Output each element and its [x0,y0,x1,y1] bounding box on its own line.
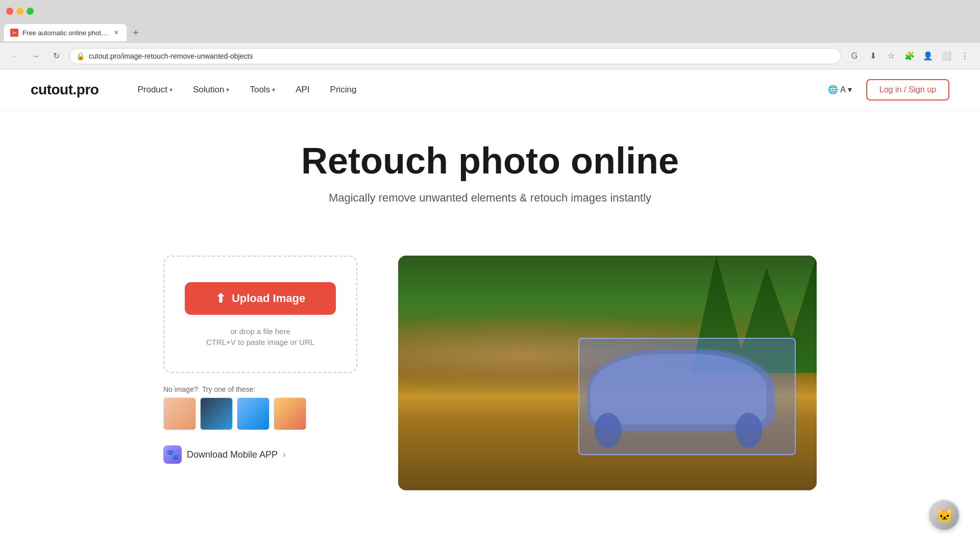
try-these-label: Try one of these: [202,385,256,393]
upload-button-label: Upload Image [232,292,305,305]
browser-tab-bar: ✂ Free automatic online photo re ✕ + [0,22,980,43]
nav-solution[interactable]: Solution ▾ [185,81,237,99]
chatbot-widget[interactable]: 🐱 [929,500,960,531]
upload-image-button[interactable]: ⬆ Upload Image [185,282,336,315]
translate-icon: 🌐 [828,85,838,94]
nav-api[interactable]: API [287,81,317,99]
site-logo[interactable]: cutout.pro [31,82,99,98]
extensions-icon[interactable]: 🧩 [902,49,917,63]
profile-icon[interactable]: 👤 [921,49,935,63]
tab-close-button[interactable]: ✕ [112,29,120,37]
demo-img-scene [398,256,817,490]
browser-titlebar [0,0,980,22]
nav-tools-label: Tools [250,85,270,95]
main-content: ⬆ Upload Image or drop a file here CTRL+… [133,256,847,521]
window-controls [6,8,34,15]
sample-label-row: No image? Try one of these: [163,385,357,393]
back-button[interactable]: ← [8,49,22,63]
sample-image-face[interactable] [163,397,196,430]
menu-icon[interactable]: ⋮ [958,49,972,63]
lock-icon: 🔒 [76,52,85,60]
tools-chevron-icon: ▾ [272,86,275,93]
chatbot-icon: 🐱 [929,500,960,531]
tab-title: Free automatic online photo re [22,29,108,37]
sample-image-landscape[interactable] [237,397,270,430]
active-tab[interactable]: ✂ Free automatic online photo re ✕ [4,24,127,41]
sample-image-sunset[interactable] [274,397,306,430]
nav-api-label: API [296,85,309,95]
car-background [398,256,817,490]
tab-favicon: ✂ [10,29,18,37]
sample-image-person[interactable] [200,397,233,430]
close-window-button[interactable] [6,8,13,15]
hero-title: Retouch photo online [301,141,679,181]
toolbar-icons: G ⬇ ☆ 🧩 👤 ⬜ ⋮ [847,49,972,63]
google-icon[interactable]: G [847,49,862,63]
refresh-button[interactable]: ↻ [49,49,63,63]
no-image-label: No image? [163,385,198,393]
download-app-link[interactable]: 🐾 Download Mobile APP › [163,445,357,464]
bookmark-icon[interactable]: ☆ [884,49,898,63]
solution-chevron-icon: ▾ [226,86,229,93]
product-chevron-icon: ▾ [169,86,173,93]
nav-product[interactable]: Product ▾ [129,81,181,99]
nav-pricing[interactable]: Pricing [322,81,365,99]
app-icon: 🐾 [163,445,182,464]
main-nav: Product ▾ Solution ▾ Tools ▾ API Pricing [129,81,822,99]
site-header: cutout.pro Product ▾ Solution ▾ Tools ▾ … [0,69,980,110]
paste-hint: CTRL+V to paste image or URL [206,338,314,346]
maximize-window-button[interactable] [27,8,34,15]
page-content: cutout.pro Product ▾ Solution ▾ Tools ▾ … [0,69,980,521]
nav-tools[interactable]: Tools ▾ [241,81,283,99]
split-view-icon[interactable]: ⬜ [939,49,953,63]
nav-solution-label: Solution [193,85,224,95]
sample-section: No image? Try one of these: [163,385,357,430]
address-text: cutout.pro/image-retouch-remove-unwanted… [89,52,835,60]
language-button[interactable]: 🌐 A ▾ [822,81,858,98]
drop-hint: or drop a file here [230,327,290,336]
lang-chevron-icon: ▾ [848,85,852,94]
browser-chrome: ✂ Free automatic online photo re ✕ + ← →… [0,0,980,69]
upload-icon: ⬆ [215,291,226,306]
app-chevron-icon: › [283,450,285,459]
nav-product-label: Product [137,85,167,95]
download-icon[interactable]: ⬇ [866,49,880,63]
hero-subtitle: Magically remove unwanted elements & ret… [329,191,651,205]
sample-images-row [163,397,357,430]
selection-overlay [578,338,796,455]
nav-pricing-label: Pricing [330,85,357,95]
forward-button[interactable]: → [29,49,43,63]
login-signup-button[interactable]: Log in / Sign up [866,79,949,101]
lang-label: A [840,85,846,94]
upload-section: ⬆ Upload Image or drop a file here CTRL+… [163,256,357,464]
demo-image-area [398,256,817,490]
browser-toolbar: ← → ↻ 🔒 cutout.pro/image-retouch-remove-… [0,43,980,69]
hero-section: Retouch photo online Magically remove un… [0,110,980,256]
address-bar[interactable]: 🔒 cutout.pro/image-retouch-remove-unwant… [69,48,841,64]
minimize-window-button[interactable] [16,8,23,15]
download-app-label: Download Mobile APP [187,449,278,460]
new-tab-button[interactable]: + [129,26,143,40]
upload-dropzone[interactable]: ⬆ Upload Image or drop a file here CTRL+… [163,256,357,373]
header-right: 🌐 A ▾ Log in / Sign up [822,79,949,101]
